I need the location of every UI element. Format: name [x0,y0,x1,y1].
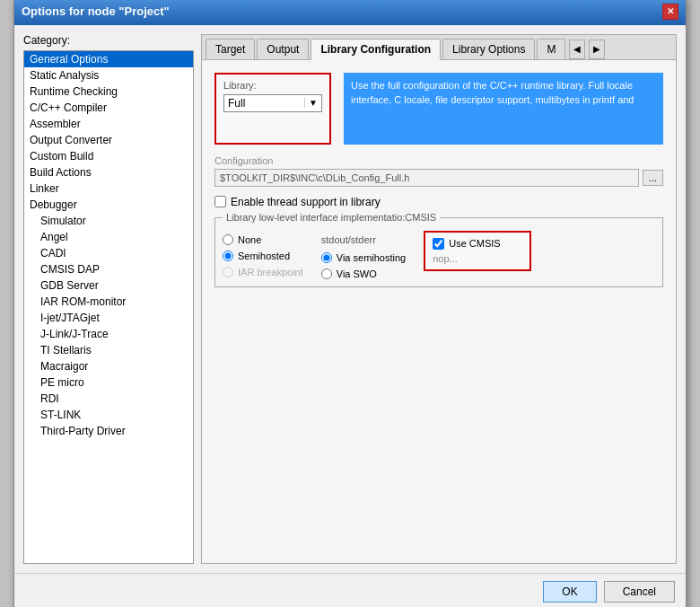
thread-checkbox[interactable] [214,196,226,207]
close-button[interactable]: ✕ [662,4,678,20]
sidebar-item[interactable]: GDB Server [24,277,193,294]
cmsis-box: Use CMSIS nop... [424,231,531,271]
config-input-row: ... [214,169,663,187]
tab-m[interactable]: M [537,39,565,59]
sidebar-item[interactable]: CADI [24,245,193,261]
sidebar: Category: General OptionsStatic Analysis… [23,34,194,564]
thread-checkbox-row: Enable thread support in library [214,196,663,208]
radio-col2-item[interactable]: Via semihosting [321,252,406,263]
config-label: Configuration [214,155,663,166]
description-box: Use the full configuration of the C/C++ … [344,73,663,145]
sidebar-item[interactable]: Angel [24,229,193,245]
library-box: Library: Full ▼ [214,73,331,145]
main-panel: TargetOutputLibrary ConfigurationLibrary… [201,34,677,564]
sidebar-item[interactable]: RDI [24,391,193,407]
sidebar-item[interactable]: Static Analysis [24,67,193,84]
category-label: Category: [23,34,194,47]
sidebar-item[interactable]: ST-LINK [24,407,193,423]
browse-button[interactable]: ... [643,170,663,186]
content-area: Library: Full ▼ Use the full configurati… [202,60,676,563]
radio-col1-item[interactable]: Semihosted [223,251,303,261]
dropdown-arrow-icon: ▼ [304,98,318,108]
sidebar-item[interactable]: IAR ROM-monitor [24,294,193,310]
sidebar-item[interactable]: Macraigor [24,358,193,374]
sidebar-item[interactable]: I-jet/JTAGjet [24,310,193,326]
config-section: Configuration ... [214,155,663,187]
sidebar-item[interactable]: Simulator [24,213,193,229]
sidebar-item[interactable]: Runtime Checking [24,84,193,100]
impl-columns: NoneSemihostedIAR breakpoint stdout/stde… [223,234,406,279]
options-dialog: Options for node "Project" ✕ Category: G… [13,0,687,607]
sidebar-item[interactable]: CMSIS DAP [24,261,193,277]
bottom-bar: OK Cancel [14,573,686,608]
radio-col-1: NoneSemihostedIAR breakpoint [223,234,303,279]
cmsis-checkbox[interactable] [433,238,444,250]
sidebar-item[interactable]: C/C++ Compiler [24,100,193,116]
config-input[interactable] [214,169,639,187]
tab-library-configuration[interactable]: Library Configuration [311,39,441,60]
sidebar-item[interactable]: Debugger [24,197,193,213]
sidebar-item[interactable]: Linker [24,180,193,197]
radio-col1-item[interactable]: None [223,234,303,245]
title-bar-buttons: ✕ [662,4,678,20]
tab-output[interactable]: Output [257,39,309,59]
sidebar-item[interactable]: Build Actions [24,164,193,180]
radio-col2-item[interactable]: Via SWO [321,268,406,279]
dialog-title: Options for node "Project" [22,4,170,18]
sidebar-item[interactable]: J-Link/J-Trace [24,326,193,342]
tabs-container: TargetOutputLibrary ConfigurationLibrary… [206,39,565,59]
library-row: Library: Full ▼ Use the full configurati… [214,73,663,145]
cmsis-row: Use CMSIS [433,238,522,250]
description-text: Use the full configuration of the C/C++ … [351,80,634,106]
thread-label: Enable thread support in library [231,196,381,208]
impl-group: Library low-level interface implementati… [214,217,663,287]
radio-col-2: stdout/stderr Via semihostingVia SWO [321,234,406,279]
sidebar-item[interactable]: PE micro [24,374,193,391]
radio-col2-items: Via semihostingVia SWO [321,252,406,279]
cmsis-label: Use CMSIS [449,238,500,249]
radio-col1-item: IAR breakpoint [223,267,303,277]
tab-target[interactable]: Target [206,39,255,59]
sidebar-item[interactable]: General Options [24,51,193,67]
impl-group-label: Library low-level interface implementati… [223,212,440,223]
tab-library-options[interactable]: Library Options [442,39,535,59]
sidebar-item[interactable]: Custom Build [24,148,193,164]
tabs-bar: TargetOutputLibrary ConfigurationLibrary… [202,35,676,60]
category-list[interactable]: General OptionsStatic AnalysisRuntime Ch… [23,50,194,564]
cmsis-extra: nop... [433,253,522,264]
ok-button[interactable]: OK [543,581,596,603]
library-value: Full [228,97,245,110]
library-label: Library: [223,80,322,91]
title-bar: Options for node "Project" ✕ [14,0,686,25]
stdout-label: stdout/stderr [321,234,406,245]
sidebar-item[interactable]: TI Stellaris [24,342,193,358]
cancel-button[interactable]: Cancel [604,581,675,603]
library-select[interactable]: Full ▼ [223,94,322,112]
sidebar-item[interactable]: Assembler [24,116,193,132]
sidebar-item[interactable]: Output Converter [24,132,193,148]
tab-nav-prev[interactable]: ◀ [569,40,585,59]
sidebar-item[interactable]: Third-Party Driver [24,423,193,439]
tab-nav-next[interactable]: ▶ [589,40,605,59]
dialog-body: Category: General OptionsStatic Analysis… [14,25,686,573]
